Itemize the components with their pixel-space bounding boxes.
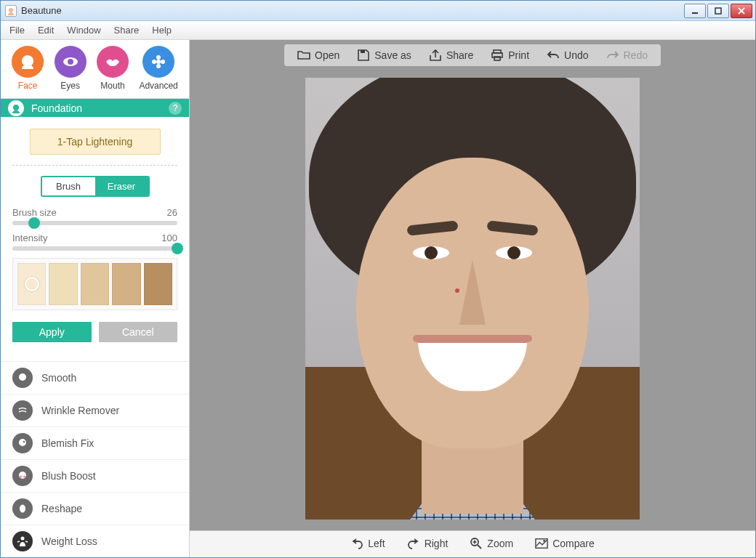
redo-button: Redo [606, 49, 648, 62]
save-as-label: Save as [374, 49, 411, 61]
category-tabs: Face Eyes Mouth [1, 40, 189, 99]
canvas-area: Open Save as Share Print Undo [190, 40, 755, 557]
reshape-icon [12, 498, 33, 519]
apply-button[interactable]: Apply [12, 322, 92, 342]
brush-size-slider: Brush size 26 [12, 207, 177, 225]
section-title: Foundation [31, 102, 161, 114]
menu-help[interactable]: Help [152, 25, 172, 36]
rotate-right-button[interactable]: Right [407, 537, 449, 550]
undo-button[interactable]: Undo [547, 49, 588, 62]
svg-line-32 [478, 545, 481, 549]
tools-list: Smooth Wrinkle Remover Blemish Fix Blush… [1, 361, 189, 557]
zoom-label: Zoom [487, 538, 513, 549]
svg-point-8 [156, 55, 161, 60]
share-label: Share [446, 49, 473, 61]
top-toolbar: Open Save as Share Print Undo [284, 44, 661, 66]
tool-label: Blush Boost [41, 470, 96, 482]
rotate-right-label: Right [425, 538, 449, 549]
tool-blush-boost[interactable]: Blush Boost [1, 459, 189, 492]
undo-label: Undo [564, 49, 588, 61]
share-icon [429, 49, 442, 62]
compare-label: Compare [552, 538, 595, 549]
svg-point-11 [161, 60, 165, 64]
weight-icon [12, 531, 33, 551]
action-buttons: Apply Cancel [12, 322, 177, 342]
eraser-toggle[interactable]: Eraser [95, 177, 148, 195]
undo-icon [547, 49, 560, 62]
foundation-panel: 1-Tap Lightening Brush Eraser Brush size… [1, 117, 189, 352]
brush-toggle[interactable]: Brush [42, 177, 95, 195]
lips-icon [97, 46, 129, 78]
intensity-slider: Intensity 100 [12, 232, 177, 251]
swatch-3[interactable] [81, 263, 109, 305]
intensity-thumb[interactable] [172, 243, 183, 254]
swatch-1[interactable] [17, 263, 46, 305]
cancel-button[interactable]: Cancel [99, 322, 178, 342]
tool-wrinkle-remover[interactable]: Wrinkle Remover [1, 394, 189, 426]
tool-label: Blemish Fix [41, 437, 94, 449]
open-button[interactable]: Open [297, 49, 339, 62]
svg-point-36 [543, 540, 545, 542]
tab-eyes[interactable]: Eyes [55, 46, 87, 91]
tool-weight-loss[interactable]: Weight Loss [1, 525, 189, 557]
compare-icon [535, 537, 548, 550]
compare-button[interactable]: Compare [535, 537, 595, 550]
minimize-button[interactable] [684, 4, 706, 18]
folder-open-icon [297, 49, 310, 62]
foundation-icon [8, 100, 24, 116]
brush-size-thumb[interactable] [28, 217, 40, 229]
main: Face Eyes Mouth [1, 40, 755, 557]
wrinkle-icon [12, 400, 33, 421]
eye-icon [55, 46, 87, 78]
tab-mouth[interactable]: Mouth [97, 46, 129, 91]
save-icon [357, 49, 370, 62]
open-label: Open [315, 49, 339, 61]
rotate-right-icon [407, 537, 420, 550]
app-icon [5, 5, 17, 17]
tool-blemish-fix[interactable]: Blemish Fix [1, 426, 189, 459]
tool-smooth[interactable]: Smooth [1, 361, 189, 394]
rotate-left-button[interactable]: Left [350, 537, 385, 550]
menu-file[interactable]: File [9, 25, 25, 36]
menubar: File Edit Window Share Help [1, 21, 755, 40]
menu-window[interactable]: Window [67, 25, 100, 36]
color-swatches [12, 258, 177, 310]
menu-edit[interactable]: Edit [38, 25, 54, 36]
tool-reshape[interactable]: Reshape [1, 492, 189, 525]
tab-label: Eyes [60, 81, 80, 91]
swatch-4[interactable] [112, 263, 140, 305]
window-controls [684, 4, 752, 18]
swatch-5[interactable] [144, 263, 172, 305]
save-as-button[interactable]: Save as [357, 49, 411, 62]
photo-viewport[interactable] [190, 66, 755, 530]
brush-eraser-toggle: Brush Eraser [41, 176, 150, 197]
share-button[interactable]: Share [429, 49, 473, 62]
zoom-button[interactable]: Zoom [470, 537, 513, 550]
print-button[interactable]: Print [491, 49, 529, 62]
intensity-track[interactable] [12, 246, 177, 251]
brush-size-track[interactable] [12, 221, 177, 225]
svg-point-13 [13, 105, 19, 110]
redo-icon [606, 49, 619, 62]
app-window: Beautune File Edit Window Share Help Fac… [0, 0, 756, 558]
maximize-button[interactable] [707, 4, 729, 18]
svg-point-7 [68, 59, 73, 65]
help-icon[interactable]: ? [169, 102, 182, 115]
tab-label: Advanced [139, 81, 177, 91]
svg-point-0 [9, 8, 13, 12]
svg-point-9 [156, 64, 161, 68]
separator [12, 165, 177, 166]
tool-label: Wrinkle Remover [41, 405, 119, 416]
close-button[interactable] [731, 4, 752, 18]
svg-point-21 [19, 472, 26, 479]
intensity-value: 100 [161, 232, 177, 243]
svg-rect-2 [715, 8, 721, 14]
svg-point-15 [19, 373, 26, 381]
tab-advanced[interactable]: Advanced [139, 46, 177, 91]
swatch-2[interactable] [49, 263, 77, 305]
menu-share[interactable]: Share [114, 25, 140, 36]
tab-label: Mouth [100, 81, 124, 91]
tab-face[interactable]: Face [12, 46, 44, 91]
one-tap-lightening-button[interactable]: 1-Tap Lightening [30, 129, 161, 155]
bottom-toolbar: Left Right Zoom Compare [190, 530, 755, 557]
